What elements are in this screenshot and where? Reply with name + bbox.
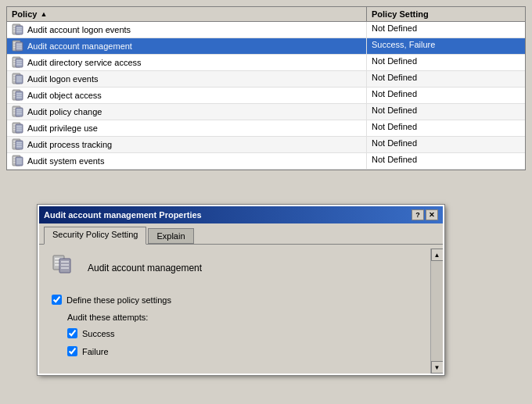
svg-rect-29 [16, 77, 22, 77]
cell-policy: Audit account management [7, 38, 367, 54]
dialog-scrollbar[interactable]: ▲ ▼ [430, 248, 443, 374]
policy-name-cell: Audit directory service access [27, 58, 142, 67]
audit-attempts-label: Audit these attempts: [67, 313, 430, 322]
row-policy-icon [12, 89, 24, 102]
policy-name-cell: Audit logon events [27, 74, 99, 84]
row-policy-icon [12, 122, 24, 134]
tab-security-label: Security Policy Setting [52, 230, 138, 239]
policy-name-cell: Audit system events [27, 156, 104, 166]
policy-icon-large [52, 254, 80, 282]
cell-setting: Not Defined [367, 137, 525, 152]
cell-setting: Success, Failure [367, 38, 525, 54]
table-row[interactable]: Audit object access Not Defined [7, 88, 525, 104]
dialog-content: Audit account management Define these po… [39, 245, 443, 374]
svg-rect-77 [61, 261, 69, 263]
table-row[interactable]: Audit account management Success, Failur… [7, 38, 525, 55]
table-row[interactable]: Audit system events Not Defined [7, 153, 525, 170]
define-policy-checkbox[interactable] [52, 295, 62, 305]
policy-name-cell: Audit account management [27, 41, 132, 51]
dialog-tabs: Security Policy Setting Explain [39, 223, 443, 245]
setting-column-header[interactable]: Policy Setting [367, 7, 525, 21]
svg-rect-23 [16, 64, 22, 65]
cell-setting: Not Defined [367, 104, 525, 120]
policy-column-header[interactable]: Policy ▲ [7, 7, 367, 21]
svg-rect-22 [16, 63, 22, 63]
cell-setting: Not Defined [367, 71, 525, 87]
table-body: Audit account logon events Not Defined A… [7, 22, 525, 170]
cell-policy: Audit logon events [7, 71, 367, 87]
define-policy-label: Define these policy settings [66, 295, 171, 305]
policy-col-label: Policy [12, 9, 37, 19]
define-policy-row: Define these policy settings [52, 295, 430, 305]
setting-col-label: Policy Setting [372, 9, 429, 19]
tab-security-policy-setting[interactable]: Security Policy Setting [44, 227, 146, 245]
success-label: Success [82, 329, 115, 338]
policy-table: Policy ▲ Policy Setting Audit account lo… [6, 6, 526, 170]
sort-arrow-icon: ▲ [40, 10, 47, 18]
policy-name-cell: Audit object access [27, 91, 102, 100]
tab-explain[interactable]: Explain [148, 228, 193, 244]
policy-icon-svg [52, 254, 80, 282]
tab-explain-label: Explain [156, 231, 185, 241]
cell-setting: Not Defined [367, 120, 525, 136]
cell-policy: Audit privilege use [7, 120, 367, 136]
svg-rect-31 [16, 80, 22, 81]
row-policy-icon [12, 105, 24, 118]
svg-rect-46 [16, 112, 22, 113]
table-row[interactable]: Audit logon events Not Defined [7, 71, 525, 88]
success-row: Success [67, 328, 430, 338]
scroll-up-button[interactable]: ▲ [431, 248, 444, 261]
svg-rect-30 [16, 79, 22, 80]
svg-rect-45 [16, 109, 22, 110]
svg-rect-78 [61, 264, 69, 266]
success-checkbox[interactable] [67, 328, 77, 338]
cell-setting: Not Defined [367, 88, 525, 103]
table-header: Policy ▲ Policy Setting [7, 7, 525, 22]
svg-rect-38 [16, 95, 22, 96]
dialog-title: Audit account management Properties [44, 210, 412, 220]
svg-rect-79 [61, 267, 69, 269]
cell-policy: Audit policy change [7, 104, 367, 120]
table-row[interactable]: Audit privilege use Not Defined [7, 120, 525, 137]
svg-rect-63 [16, 146, 22, 147]
svg-rect-54 [16, 128, 22, 129]
svg-rect-39 [16, 97, 22, 98]
svg-rect-61 [16, 142, 22, 143]
row-policy-icon [12, 40, 24, 52]
policy-name-cell: Audit privilege use [27, 123, 98, 133]
svg-rect-71 [16, 163, 22, 163]
table-row[interactable]: Audit directory service access Not Defin… [7, 55, 525, 71]
table-row[interactable]: Audit process tracking Not Defined [7, 137, 525, 153]
svg-rect-47 [16, 113, 22, 114]
row-policy-icon [12, 138, 24, 151]
failure-row: Failure [67, 346, 430, 356]
cell-policy: Audit account logon events [7, 22, 367, 38]
svg-rect-53 [16, 126, 22, 127]
dialog-titlebar: Audit account management Properties ? ✕ [39, 206, 443, 223]
svg-rect-6 [16, 30, 22, 30]
row-policy-icon [12, 23, 24, 36]
svg-rect-13 [16, 44, 22, 45]
cell-setting: Not Defined [367, 153, 525, 169]
failure-checkbox[interactable] [67, 346, 77, 356]
svg-rect-7 [16, 31, 22, 32]
table-row[interactable]: Audit account logon events Not Defined [7, 22, 525, 38]
svg-rect-21 [16, 60, 22, 61]
help-button[interactable]: ? [412, 209, 424, 220]
scroll-down-button[interactable]: ▼ [431, 361, 444, 374]
svg-rect-15 [16, 48, 22, 48]
row-policy-icon [12, 155, 24, 167]
cell-policy: Audit object access [7, 88, 367, 103]
policy-header: Audit account management [52, 254, 430, 282]
dialog-inner: Security Policy Setting Explain [39, 223, 443, 374]
policy-name-cell: Audit policy change [27, 107, 102, 116]
properties-dialog: Audit account management Properties ? ✕ … [38, 205, 444, 375]
policy-name-cell: Audit account logon events [27, 25, 131, 34]
svg-rect-69 [16, 159, 22, 159]
cell-policy: Audit system events [7, 153, 367, 169]
svg-rect-5 [16, 27, 22, 28]
close-button[interactable]: ✕ [426, 209, 438, 220]
table-row[interactable]: Audit policy change Not Defined [7, 104, 525, 120]
row-policy-icon [12, 73, 24, 85]
cell-policy: Audit directory service access [7, 55, 367, 70]
